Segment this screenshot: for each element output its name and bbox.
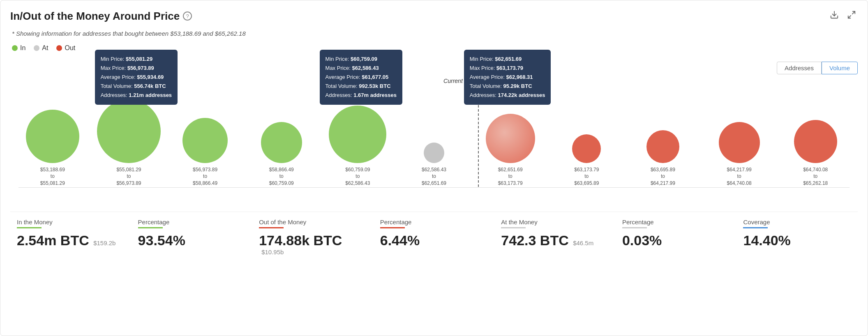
help-icon[interactable]: ?	[183, 12, 192, 21]
price-label-1: $55,081.29to$56,973.89	[116, 166, 141, 187]
bubble-col-6: Min Price: $62,651.69 Max Price: $63,173…	[472, 92, 549, 187]
current-price-label: Current Price: $62,617.70	[443, 78, 509, 84]
bubble-9	[719, 122, 760, 163]
chart-area: $53,188.69to$55,081.29 Min Price: $55,08…	[10, 88, 858, 212]
tooltip-4: Min Price: $60,759.09 Max Price: $62,586…	[320, 50, 402, 105]
legend-in: In	[12, 44, 25, 52]
bubble-col-3: $58,866.49to$60,759.09	[243, 92, 320, 187]
stat-in-value: 2.54m BTC	[17, 232, 89, 248]
stat-out-pct-underline	[380, 227, 405, 228]
stat-in-pct-underline	[138, 227, 163, 228]
legend-in-label: In	[20, 44, 25, 52]
widget-container: In/Out of the Money Around Price ?	[0, 0, 868, 336]
bubble-3	[261, 122, 302, 163]
bubble-col-0: $53,188.69to$55,081.29	[14, 92, 91, 187]
bubble-2	[182, 118, 228, 163]
stat-out-the-money: Out of the Money 174.88k BTC $10.95b	[252, 219, 374, 256]
bubble-7	[572, 134, 601, 163]
stat-out-value: 174.88k BTC	[259, 232, 342, 248]
bubble-1	[97, 99, 161, 163]
stat-in-underline	[17, 227, 42, 228]
bubble-0	[26, 110, 79, 163]
bubble-6	[486, 114, 535, 163]
price-label-7: $63,173.79to$63,695.89	[574, 166, 599, 187]
stat-out-pct-label: Percentage	[380, 219, 488, 226]
stat-in-the-money: In the Money 2.54m BTC $159.2b	[10, 219, 132, 249]
stat-at-underline	[501, 227, 526, 228]
bubble-col-5: $62,586.43to$62,651.69	[396, 92, 472, 187]
tooltip-1: Min Price: $55,081.29 Max Price: $56,973…	[95, 50, 178, 105]
header-left: In/Out of the Money Around Price ?	[10, 10, 192, 23]
stat-at-sub: $46.5m	[573, 239, 593, 246]
stat-out-sub: $10.95b	[261, 249, 284, 255]
stat-in-label: In the Money	[17, 219, 125, 226]
bubble-col-7: $63,173.79to$63,695.89	[548, 92, 625, 187]
price-label-6: $62,651.69to$63,173.79	[498, 166, 523, 187]
stat-in-sub: $159.2b	[93, 239, 115, 246]
stat-out-value-row: 174.88k BTC $10.95b	[259, 232, 367, 256]
stat-at-pct: Percentage 0.03%	[616, 219, 737, 249]
legend-dot-in	[12, 45, 18, 51]
price-label-8: $63,695.89to$64,217.99	[651, 166, 675, 187]
subtitle: * Showing information for addresses that…	[10, 30, 858, 37]
stat-coverage: Coverage 14.40%	[736, 219, 858, 249]
stat-coverage-underline	[743, 227, 768, 228]
stat-at-value-row: 742.3 BTC $46.5m	[501, 232, 609, 249]
addresses-button[interactable]: Addresses	[777, 62, 822, 74]
baseline	[18, 187, 850, 188]
stats-bar: In the Money 2.54m BTC $159.2b Percentag…	[10, 212, 858, 259]
bubble-col-2: $56,973.89to$58,866.49	[167, 92, 243, 187]
stat-coverage-value: 14.40%	[743, 232, 851, 249]
legend: In At Out	[10, 44, 858, 52]
price-label-10: $64,740.08to$65,262.18	[803, 166, 828, 187]
bubble-5	[424, 143, 444, 163]
bubble-col-4: Min Price: $60,759.09 Max Price: $62,586…	[320, 92, 396, 187]
price-label-2: $56,973.89to$58,866.49	[193, 166, 217, 187]
bubbles-container: $53,188.69to$55,081.29 Min Price: $55,08…	[14, 92, 854, 187]
bubble-col-9: $64,217.99to$64,740.08	[701, 92, 778, 187]
stat-in-value-row: 2.54m BTC $159.2b	[17, 232, 125, 249]
stat-coverage-label: Coverage	[743, 219, 851, 226]
stat-at-the-money: At the Money 742.3 BTC $46.5m	[494, 219, 616, 249]
price-label-9: $64,217.99to$64,740.08	[727, 166, 752, 187]
bubble-10	[794, 120, 837, 163]
svg-line-2	[848, 16, 851, 18]
legend-dot-at	[34, 45, 39, 51]
stat-at-pct-value: 0.03%	[622, 232, 730, 249]
download-button[interactable]	[828, 9, 840, 23]
current-price-line	[478, 88, 479, 187]
price-label-0: $53,188.69to$55,081.29	[40, 166, 65, 187]
chart-controls: Addresses Volume	[10, 62, 858, 74]
stat-at-pct-label: Percentage	[622, 219, 730, 226]
legend-at: At	[34, 44, 48, 52]
price-label-4: $60,759.09to$62,586.43	[345, 166, 370, 187]
stat-at-label: At the Money	[501, 219, 609, 226]
legend-out: Out	[56, 44, 75, 52]
bubble-8	[646, 130, 679, 163]
stat-in-pct-label: Percentage	[138, 219, 246, 226]
header: In/Out of the Money Around Price ?	[10, 9, 858, 23]
expand-button[interactable]	[845, 9, 858, 23]
stat-at-value: 742.3 BTC	[501, 232, 568, 248]
legend-at-label: At	[42, 44, 48, 52]
stat-out-pct: Percentage 6.44%	[374, 219, 495, 249]
legend-dot-out	[56, 45, 62, 51]
bubble-col-10: $64,740.08to$65,262.18	[777, 92, 854, 187]
header-actions	[828, 9, 858, 23]
volume-button[interactable]: Volume	[822, 62, 858, 74]
price-label-3: $58,866.49to$60,759.09	[269, 166, 294, 187]
stat-at-pct-underline	[622, 227, 647, 228]
legend-out-label: Out	[65, 44, 75, 52]
bubble-col-1: Min Price: $55,081.29 Max Price: $56,973…	[91, 92, 167, 187]
bubble-4	[329, 106, 386, 163]
widget-title: In/Out of the Money Around Price	[10, 10, 180, 23]
price-label-5: $62,586.43to$62,651.69	[422, 166, 446, 187]
svg-line-1	[852, 12, 855, 14]
stat-in-pct-value: 93.54%	[138, 232, 246, 249]
chart-wrapper: Current Price: $62,617.70 $53,188.69to$5…	[10, 78, 858, 212]
tooltip-6: Min Price: $62,651.69 Max Price: $63,173…	[464, 50, 551, 105]
stat-out-underline	[259, 227, 284, 228]
bubble-col-8: $63,695.89to$64,217.99	[625, 92, 701, 187]
stat-out-pct-value: 6.44%	[380, 232, 488, 249]
stat-out-label: Out of the Money	[259, 219, 367, 226]
